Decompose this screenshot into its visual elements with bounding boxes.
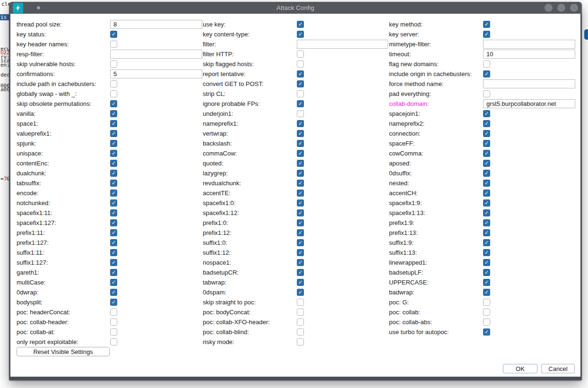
prefix1-13-checkbox[interactable]: ✓ xyxy=(483,229,490,236)
filter-field[interactable] xyxy=(297,40,388,49)
spaceff-checkbox[interactable]: ✓ xyxy=(483,140,490,147)
spjunk-checkbox[interactable]: ✓ xyxy=(110,140,117,147)
0dspam-checkbox[interactable]: ✓ xyxy=(297,289,304,296)
poc-collab-header-checkbox[interactable] xyxy=(110,319,117,326)
confirmations-field[interactable] xyxy=(110,69,202,78)
timeout-field[interactable] xyxy=(483,50,575,59)
badsetupcr-checkbox[interactable]: ✓ xyxy=(297,269,304,276)
poc-bodyconcat-checkbox[interactable] xyxy=(297,309,304,316)
backslash-checkbox[interactable]: ✓ xyxy=(297,140,304,147)
prefix1-0-checkbox[interactable]: ✓ xyxy=(297,219,304,226)
valueprefix1-checkbox[interactable]: ✓ xyxy=(110,130,117,137)
key-method-checkbox[interactable]: ✓ xyxy=(483,21,490,28)
spacefix1-0-checkbox[interactable]: ✓ xyxy=(297,199,304,207)
poc-g-checkbox[interactable] xyxy=(483,299,490,306)
suffix1-11-checkbox[interactable]: ✓ xyxy=(110,249,117,256)
resp-filter-field[interactable] xyxy=(110,50,202,59)
bodysplit-checkbox[interactable]: ✓ xyxy=(110,299,117,306)
prefix1-9-checkbox[interactable]: ✓ xyxy=(483,219,490,226)
skip-obsolete-permutations-checkbox[interactable]: ✓ xyxy=(110,100,117,107)
globally-swap-with-checkbox[interactable] xyxy=(110,90,117,97)
key-status-checkbox[interactable]: ✓ xyxy=(110,31,117,38)
suffix1-0-checkbox[interactable]: ✓ xyxy=(297,239,304,246)
window-control-button[interactable] xyxy=(557,4,565,12)
prefix1-11-checkbox[interactable]: ✓ xyxy=(110,229,117,236)
accentch-checkbox[interactable]: ✓ xyxy=(483,190,490,197)
titlebar[interactable]: Attack Config xyxy=(9,2,582,14)
suffix1-12-checkbox[interactable]: ✓ xyxy=(297,249,304,256)
0dwrap-checkbox[interactable]: ✓ xyxy=(110,289,117,296)
poc-collab-blind-checkbox[interactable] xyxy=(297,328,304,336)
collab-domain-field[interactable] xyxy=(483,99,575,108)
prefix1-127-checkbox[interactable]: ✓ xyxy=(110,239,117,246)
key-content-type-checkbox[interactable]: ✓ xyxy=(297,31,304,38)
key-header-names-checkbox[interactable] xyxy=(110,41,117,48)
poc-collab-checkbox[interactable] xyxy=(483,309,490,316)
accentte-checkbox[interactable]: ✓ xyxy=(297,190,304,197)
badwrap-checkbox[interactable]: ✓ xyxy=(483,289,490,296)
ignore-probable-fps-checkbox[interactable]: ✓ xyxy=(297,100,304,107)
aposed-checkbox[interactable]: ✓ xyxy=(483,160,490,167)
pad-everything-checkbox[interactable] xyxy=(483,90,490,97)
contentenc-checkbox[interactable]: ✓ xyxy=(110,160,117,167)
poc-collab-at-checkbox[interactable] xyxy=(110,328,117,336)
nameprefix1-checkbox[interactable]: ✓ xyxy=(297,120,304,127)
nested-checkbox[interactable]: ✓ xyxy=(483,180,490,187)
prefix1-12-checkbox[interactable]: ✓ xyxy=(297,229,304,236)
only-report-exploitable-checkbox[interactable] xyxy=(110,338,117,345)
poc-collab-abs-checkbox[interactable] xyxy=(483,319,490,326)
poc-headerconcat-checkbox[interactable] xyxy=(110,309,117,316)
window-control-button[interactable] xyxy=(545,4,553,12)
flag-new-domains-checkbox[interactable] xyxy=(483,60,490,68)
vertwrap-checkbox[interactable]: ✓ xyxy=(297,130,304,137)
suffix1-9-checkbox[interactable]: ✓ xyxy=(483,239,490,246)
cancel-button[interactable]: Cancel xyxy=(541,364,575,373)
encode-checkbox[interactable]: ✓ xyxy=(110,190,117,197)
mimetype-filter-field[interactable] xyxy=(483,40,575,49)
convert-get-to-post-checkbox[interactable]: ✓ xyxy=(297,80,304,87)
spacefix1-12-checkbox[interactable]: ✓ xyxy=(297,209,304,216)
force-method-name-field[interactable] xyxy=(483,79,575,88)
include-origin-in-cachebusters-checkbox[interactable]: ✓ xyxy=(483,70,490,78)
ok-button[interactable]: OK xyxy=(503,364,537,373)
spacefix1-13-checkbox[interactable]: ✓ xyxy=(483,209,490,216)
vanilla-checkbox[interactable]: ✓ xyxy=(110,110,117,117)
window-control-button[interactable] xyxy=(570,4,578,12)
underjoin1-checkbox[interactable] xyxy=(297,110,304,117)
revdualchunk-checkbox[interactable]: ✓ xyxy=(297,180,304,187)
cowcomma-checkbox[interactable]: ✓ xyxy=(483,150,490,157)
uppercase-checkbox[interactable]: ✓ xyxy=(483,279,490,286)
badsetuplf-checkbox[interactable]: ✓ xyxy=(483,269,490,276)
tabsuffix-checkbox[interactable]: ✓ xyxy=(110,180,117,187)
spacefix1-9-checkbox[interactable]: ✓ xyxy=(483,199,490,207)
key-server-checkbox[interactable]: ✓ xyxy=(483,31,490,38)
lazygrep-checkbox[interactable]: ✓ xyxy=(297,170,304,177)
tabwrap-checkbox[interactable]: ✓ xyxy=(297,279,304,286)
reset-visible-settings-button[interactable]: Reset Visible Settings xyxy=(17,347,110,356)
gareth1-checkbox[interactable]: ✓ xyxy=(110,269,117,276)
commacow-checkbox[interactable]: ✓ xyxy=(297,150,304,157)
poc-collab-xfo-header-checkbox[interactable] xyxy=(297,319,304,326)
multicase-checkbox[interactable]: ✓ xyxy=(110,279,117,286)
use-key-checkbox[interactable]: ✓ xyxy=(297,21,304,28)
space1-checkbox[interactable]: ✓ xyxy=(110,120,117,127)
skip-vulnerable-hosts-checkbox[interactable] xyxy=(110,60,117,68)
notchunked-checkbox[interactable]: ✓ xyxy=(110,199,117,207)
spacefix1-127-checkbox[interactable]: ✓ xyxy=(110,219,117,226)
suffix1-13-checkbox[interactable]: ✓ xyxy=(483,249,490,256)
skip-flagged-hosts-checkbox[interactable] xyxy=(297,60,304,68)
thread-pool-size-field[interactable] xyxy=(110,20,202,29)
strip-cl-checkbox[interactable] xyxy=(297,90,304,97)
dualchunk-checkbox[interactable]: ✓ xyxy=(110,170,117,177)
linewrapped1-checkbox[interactable]: ✓ xyxy=(483,259,490,266)
include-path-in-cachebusters-checkbox[interactable] xyxy=(110,80,117,87)
connection-checkbox[interactable]: ✓ xyxy=(483,130,490,137)
nospace1-checkbox[interactable]: ✓ xyxy=(297,259,304,266)
0dsuffix-checkbox[interactable]: ✓ xyxy=(483,170,490,177)
quoted-checkbox[interactable]: ✓ xyxy=(297,160,304,167)
unispace-checkbox[interactable]: ✓ xyxy=(110,150,117,157)
spacefix1-11-checkbox[interactable]: ✓ xyxy=(110,209,117,216)
spacejoin1-checkbox[interactable]: ✓ xyxy=(483,110,490,117)
report-tentative-checkbox[interactable]: ✓ xyxy=(297,70,304,78)
filter-http-checkbox[interactable] xyxy=(297,51,304,58)
